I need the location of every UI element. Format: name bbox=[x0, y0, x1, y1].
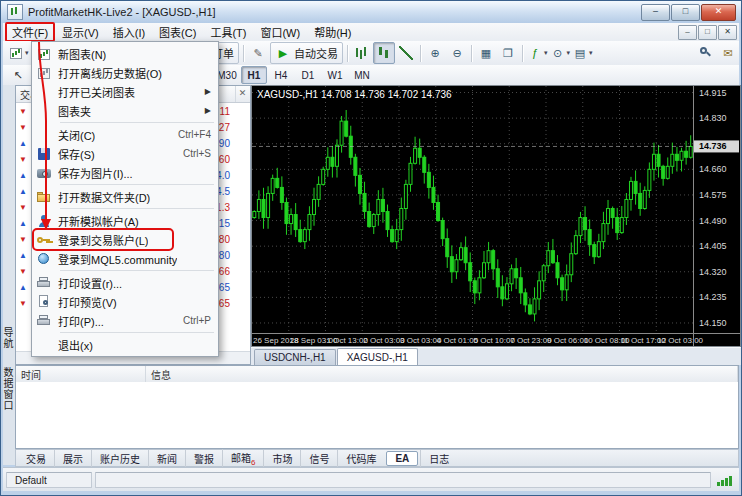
menu-item-label: 打印设置(r)... bbox=[58, 275, 122, 291]
timeframe-H4[interactable]: H4 bbox=[268, 66, 294, 84]
search-button[interactable] bbox=[695, 42, 717, 64]
terminal-tab-日志[interactable]: 日志 bbox=[420, 450, 457, 467]
menu-separator bbox=[60, 122, 214, 123]
app-icon bbox=[7, 4, 23, 20]
terminal-column-time[interactable]: 时间 bbox=[16, 366, 146, 382]
save-disk-icon bbox=[36, 146, 52, 162]
cascade-windows-button[interactable]: ❐ bbox=[497, 42, 519, 64]
terminal-tab-EA[interactable]: EA bbox=[386, 451, 418, 466]
menu-工具(T)[interactable]: 工具(T) bbox=[203, 22, 253, 42]
menu-item-图表夹[interactable]: 图表夹▶ bbox=[34, 101, 216, 120]
menu-item-打印(P)...[interactable]: 打印(P)...Ctrl+P bbox=[34, 311, 216, 330]
menu-item-保存(S)[interactable]: 保存(S)Ctrl+S bbox=[34, 144, 216, 163]
candle-chart-button[interactable] bbox=[373, 42, 395, 64]
autotrading-label: 自动交易 bbox=[291, 45, 338, 61]
menu-item-登录到交易账户(L)[interactable]: 登录到交易账户(L) bbox=[34, 230, 216, 249]
chart-plus-icon bbox=[36, 46, 52, 62]
menu-插入(I)[interactable]: 插入(I) bbox=[106, 22, 152, 42]
menu-item-打开已关闭图表[interactable]: 打开已关闭图表▶ bbox=[34, 82, 216, 101]
window-controls: – □ ✕ bbox=[641, 4, 736, 21]
dock-tab-数据窗口[interactable]: 数据窗口 bbox=[4, 367, 15, 411]
close-button[interactable]: ✕ bbox=[701, 4, 736, 21]
terminal-tab-警报[interactable]: 警报 bbox=[185, 450, 222, 467]
line-chart-button[interactable] bbox=[395, 42, 417, 64]
mdi-minimize-button[interactable]: – bbox=[678, 25, 697, 40]
mail-badge: 6 bbox=[251, 458, 255, 467]
market-watch-close-icon[interactable] bbox=[236, 86, 249, 102]
timeframe-H1[interactable]: H1 bbox=[241, 66, 267, 84]
metaeditor-button[interactable]: ✎ bbox=[247, 42, 269, 64]
mdi-restore-button[interactable]: □ bbox=[698, 25, 717, 40]
menu-显示(V)[interactable]: 显示(V) bbox=[55, 22, 106, 42]
menu-item-icon-empty bbox=[36, 103, 52, 119]
down-arrow-icon: ▼ bbox=[16, 123, 30, 132]
menu-item-退出(x)[interactable]: 退出(x) bbox=[34, 335, 216, 354]
terminal-column-message[interactable]: 信息 bbox=[146, 366, 738, 382]
timeframe-D1[interactable]: D1 bbox=[295, 66, 321, 84]
chart-tab-USDCNH-,H1[interactable]: USDCNH-,H1 bbox=[254, 349, 336, 365]
mailbox-button[interactable]: ✉ bbox=[717, 42, 739, 64]
menu-item-新图表(N)[interactable]: 新图表(N) bbox=[34, 44, 216, 63]
menu-item-label: 新图表(N) bbox=[58, 46, 106, 62]
timeframe-MN[interactable]: MN bbox=[349, 66, 375, 84]
price-chart-svg[interactable]: 14.91514.83014.74514.66014.57514.49014.4… bbox=[252, 86, 740, 346]
menu-item-打印预览(V)[interactable]: 打印预览(V) bbox=[34, 292, 216, 311]
terminal-tab-新闻[interactable]: 新闻 bbox=[148, 450, 185, 467]
title-bar[interactable]: ProfitMarketHK-Live2 - [XAGUSD-,H1] – □ … bbox=[1, 1, 741, 23]
menu-item-打开离线历史数据(O)[interactable]: 打开离线历史数据(O) bbox=[34, 63, 216, 82]
new-chart-icon bbox=[8, 45, 24, 61]
mdi-minimize-icon: – bbox=[685, 27, 689, 36]
terminal-tab-市场[interactable]: 市场 bbox=[263, 450, 300, 467]
templates-button[interactable]: ▤▾ bbox=[571, 42, 594, 64]
dock-tab-导航[interactable]: 导航 bbox=[4, 327, 15, 349]
mdi-window-controls: – □ ✕ bbox=[678, 25, 737, 40]
svg-text:14.490: 14.490 bbox=[699, 216, 727, 226]
dropdown-arrow-icon: ▾ bbox=[567, 49, 571, 57]
menu-窗口(W)[interactable]: 窗口(W) bbox=[253, 22, 307, 42]
menu-item-登录到MQL5.community[interactable]: 登录到MQL5.community bbox=[34, 249, 216, 268]
indicators-icon: ƒ bbox=[527, 45, 543, 61]
cursor-button[interactable]: ↖ bbox=[7, 64, 29, 86]
tile-windows-button[interactable]: ▦ bbox=[475, 42, 497, 64]
toolbar-separator bbox=[420, 45, 421, 62]
periods-button[interactable]: ⊙▾ bbox=[549, 42, 572, 64]
autotrading-button[interactable]: ▶自动交易 bbox=[270, 42, 343, 64]
zoom-out-icon: ⊖ bbox=[449, 45, 465, 61]
menu-文件(F)[interactable]: 文件(F) bbox=[5, 22, 55, 42]
menu-item-关闭(C)[interactable]: 关闭(C)Ctrl+F4 bbox=[34, 125, 216, 144]
menu-图表(C)[interactable]: 图表(C) bbox=[152, 22, 203, 42]
menu-item-打开数据文件夹(D)[interactable]: 打开数据文件夹(D) bbox=[34, 187, 216, 206]
timeframe-W1[interactable]: W1 bbox=[322, 66, 348, 84]
menu-item-打印设置(r)...[interactable]: 打印设置(r)... bbox=[34, 273, 216, 292]
chart-panel[interactable]: 14.91514.83014.74514.66014.57514.49014.4… bbox=[251, 85, 741, 347]
svg-text:14.830: 14.830 bbox=[699, 113, 727, 123]
terminal-tabs-bar: 交易展示账户历史新闻警报邮箱6市场信号代码库EA日志 bbox=[15, 449, 739, 467]
new-chart-button[interactable]: ▾ bbox=[7, 42, 30, 64]
submenu-arrow-icon: ▶ bbox=[205, 87, 211, 96]
menu-item-保存为图片(I)...[interactable]: 保存为图片(I)... bbox=[34, 163, 216, 182]
terminal-tab-交易[interactable]: 交易 bbox=[18, 450, 54, 467]
tile-windows-icon: ▦ bbox=[478, 45, 494, 61]
mdi-close-button[interactable]: ✕ bbox=[718, 25, 737, 40]
svg-text:7 Oct 23:00: 7 Oct 23:00 bbox=[510, 336, 552, 345]
terminal-tab-代码库[interactable]: 代码库 bbox=[337, 450, 384, 467]
down-arrow-icon: ▼ bbox=[16, 235, 30, 244]
svg-text:14.660: 14.660 bbox=[699, 164, 727, 174]
zoom-in-button[interactable]: ⊕ bbox=[424, 42, 446, 64]
indicators-button[interactable]: ƒ▾ bbox=[526, 42, 549, 64]
chart-tab-XAGUSD-,H1[interactable]: XAGUSD-,H1 bbox=[337, 348, 418, 365]
mailbox-icon: ✉ bbox=[720, 45, 736, 61]
maximize-button[interactable]: □ bbox=[671, 4, 700, 21]
dropdown-arrow-icon: ▾ bbox=[25, 49, 29, 57]
terminal-tab-信号[interactable]: 信号 bbox=[300, 450, 337, 467]
menu-帮助(H)[interactable]: 帮助(H) bbox=[307, 22, 358, 42]
terminal-tab-展示[interactable]: 展示 bbox=[54, 450, 91, 467]
zoom-out-button[interactable]: ⊖ bbox=[446, 42, 468, 64]
menu-item-label: 关闭(C) bbox=[58, 127, 95, 143]
menu-item-开新模拟帐户(A)[interactable]: 开新模拟帐户(A) bbox=[34, 211, 216, 230]
bar-chart-button[interactable] bbox=[351, 42, 373, 64]
minimize-button[interactable]: – bbox=[641, 4, 670, 21]
terminal-tab-账户历史[interactable]: 账户历史 bbox=[91, 450, 148, 467]
down-arrow-icon: ▼ bbox=[16, 203, 30, 212]
terminal-tab-邮箱[interactable]: 邮箱6 bbox=[222, 449, 263, 468]
